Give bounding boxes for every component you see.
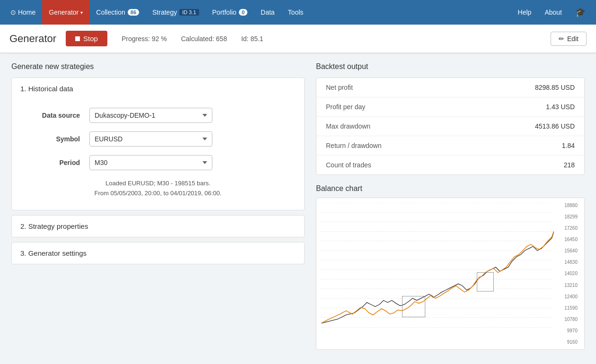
- nav-about-label: About: [544, 9, 562, 16]
- metric-name: Profit per day: [326, 103, 546, 111]
- period-select[interactable]: M30: [89, 155, 212, 170]
- data-source-row: Data source Dukascopy-DEMO-1: [23, 108, 293, 123]
- nav-collection-label: Collection: [96, 9, 125, 16]
- id-text: Id: 85.1: [241, 35, 263, 43]
- toolbar: Generator Stop Progress: 92 % Calculated…: [0, 25, 596, 53]
- chart-title: Balance chart: [316, 184, 585, 193]
- calculated-text: Calculated: 658: [181, 35, 227, 43]
- right-panel: Backtest output Net profit 8298.85 USD P…: [316, 62, 585, 350]
- metric-row: Return / drawdown 1.84: [316, 136, 584, 156]
- metrics-card: Net profit 8298.85 USD Profit per day 1.…: [316, 78, 585, 175]
- strategy-properties-card: 2. Strategy properties: [11, 215, 305, 237]
- stop-button[interactable]: Stop: [66, 31, 107, 46]
- chart-area: 18880 18299 17260 16450 15640 14830 1402…: [321, 203, 579, 345]
- nav-about[interactable]: About: [538, 0, 569, 25]
- nav-tools-label: Tools: [288, 9, 304, 16]
- metric-value: 1.84: [562, 142, 575, 149]
- nav-portfolio-label: Portfolio: [212, 9, 237, 16]
- left-panel: Generate new strategies 1. Historical da…: [11, 62, 305, 350]
- nav-tools[interactable]: Tools: [281, 0, 310, 25]
- progress-text: Progress: 92 %: [122, 35, 167, 43]
- nav-help[interactable]: Help: [511, 0, 538, 25]
- metric-value: 8298.85 USD: [535, 84, 575, 91]
- nav-strategy[interactable]: Strategy ID 3.1: [146, 0, 206, 25]
- symbol-select[interactable]: EURUSD: [89, 131, 212, 147]
- symbol-row: Symbol EURUSD: [23, 131, 293, 147]
- data-source-select[interactable]: Dukascopy-DEMO-1: [89, 108, 212, 123]
- metric-row: Profit per day 1.43 USD: [316, 97, 584, 117]
- nav-home-label: Home: [18, 9, 35, 16]
- svg-rect-14: [402, 296, 425, 317]
- symbol-label: Symbol: [23, 135, 89, 143]
- nav-home[interactable]: ⊙ Home: [4, 0, 42, 25]
- portfolio-badge: 0: [239, 9, 247, 16]
- historical-data-body: Data source Dukascopy-DEMO-1 Symbol EURU…: [12, 99, 304, 210]
- toolbar-info: Progress: 92 % Calculated: 658 Id: 85.1: [122, 35, 263, 43]
- generator-settings-header[interactable]: 3. Generator settings: [12, 243, 304, 264]
- loaded-line2: From 05/05/2003, 20:00, to 04/01/2019, 0…: [23, 189, 293, 199]
- balance-chart-svg: [321, 203, 554, 328]
- nav-generator-label: Generator: [49, 9, 79, 16]
- period-label: Period: [23, 159, 89, 166]
- nav-generator[interactable]: Generator ▾: [42, 0, 89, 25]
- chart-container: 18880 18299 17260 16450 15640 14830 1402…: [316, 198, 585, 350]
- metric-row: Net profit 8298.85 USD: [316, 78, 584, 97]
- metric-name: Max drawdown: [326, 122, 535, 130]
- pencil-icon: ✏: [559, 35, 564, 43]
- data-source-label: Data source: [23, 112, 89, 119]
- historical-data-card: 1. Historical data Data source Dukascopy…: [11, 78, 305, 210]
- collection-badge: 86: [128, 9, 139, 16]
- backtest-title: Backtest output: [316, 62, 585, 71]
- nav-help-label: Help: [518, 9, 532, 16]
- section-title: Generate new strategies: [11, 62, 305, 71]
- metric-value: 4513.86 USD: [535, 122, 575, 130]
- chevron-down-icon: ▾: [80, 10, 83, 15]
- edit-button[interactable]: ✏ Edit: [551, 32, 587, 46]
- grad-cap-icon[interactable]: 🎓: [569, 7, 592, 17]
- metric-value: 218: [564, 161, 575, 169]
- metric-value: 1.43 USD: [546, 103, 575, 111]
- loaded-info: Loaded EURUSD; M30 - 198515 bars. From 0…: [23, 179, 293, 199]
- navbar: ⊙ Home Generator ▾ Collection 86 Strateg…: [0, 0, 596, 25]
- nav-strategy-label: Strategy: [152, 9, 177, 16]
- page-title: Generator: [9, 33, 56, 45]
- loaded-line1: Loaded EURUSD; M30 - 198515 bars.: [23, 179, 293, 189]
- strategy-properties-header[interactable]: 2. Strategy properties: [12, 216, 304, 237]
- nav-portfolio[interactable]: Portfolio 0: [206, 0, 254, 25]
- strategy-id-badge: ID 3.1: [179, 9, 199, 16]
- metric-row: Count of trades 218: [316, 156, 584, 174]
- metric-row: Max drawdown 4513.86 USD: [316, 117, 584, 136]
- nav-collection[interactable]: Collection 86: [89, 0, 146, 25]
- metric-name: Return / drawdown: [326, 142, 562, 149]
- historical-data-header[interactable]: 1. Historical data: [12, 78, 304, 99]
- nav-data-label: Data: [261, 9, 275, 16]
- stop-label: Stop: [83, 35, 98, 43]
- period-row: Period M30: [23, 155, 293, 170]
- chart-y-labels: 18880 18299 17260 16450 15640 14830 1402…: [556, 203, 579, 345]
- metric-name: Count of trades: [326, 161, 564, 169]
- main-content: Generate new strategies 1. Historical da…: [0, 53, 596, 359]
- svg-rect-15: [477, 273, 493, 292]
- generator-settings-card: 3. Generator settings: [11, 242, 305, 264]
- nav-data[interactable]: Data: [254, 0, 281, 25]
- stop-square-icon: [75, 36, 80, 41]
- metric-name: Net profit: [326, 84, 535, 91]
- edit-label: Edit: [567, 35, 578, 43]
- home-icon: ⊙: [10, 9, 16, 16]
